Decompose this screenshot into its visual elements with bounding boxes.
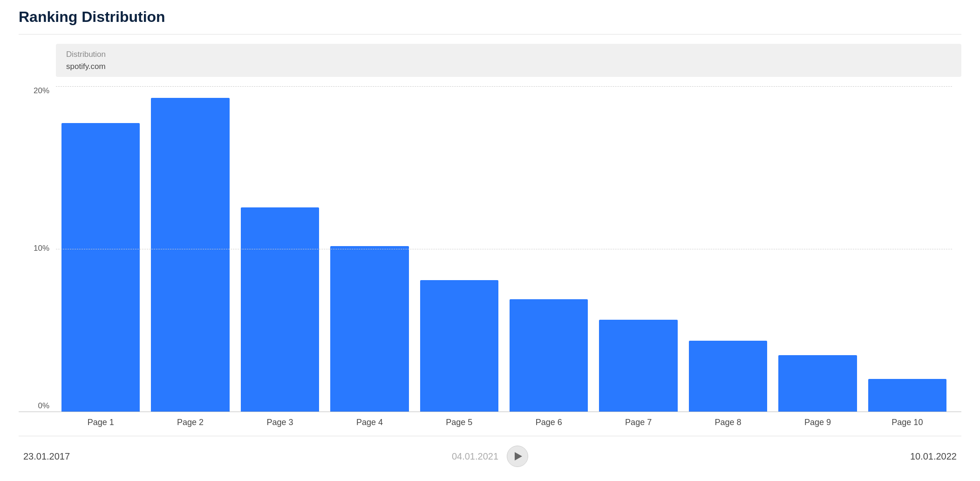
bar-group-10 — [863, 86, 952, 412]
timeline-current-date: 04.01.2021 — [452, 451, 498, 462]
y-label-0: 0% — [38, 401, 49, 411]
x-label-6: Page 6 — [504, 412, 593, 427]
bar-1[interactable] — [61, 123, 140, 412]
bar-group-3 — [235, 86, 325, 412]
legend-value: spotify.com — [66, 61, 951, 73]
bar-7[interactable] — [599, 320, 677, 412]
y-label-10: 10% — [34, 244, 49, 253]
bar-group-7 — [593, 86, 683, 412]
bar-9[interactable] — [778, 355, 857, 412]
chart-legend: Distribution spotify.com — [56, 44, 961, 77]
x-label-10: Page 10 — [863, 412, 952, 427]
x-label-5: Page 5 — [415, 412, 504, 427]
timeline-end-date: 10.01.2022 — [910, 451, 957, 462]
bar-2[interactable] — [151, 98, 229, 412]
bottom-divider — [19, 436, 961, 436]
bar-10[interactable] — [868, 379, 946, 412]
x-label-7: Page 7 — [593, 412, 683, 427]
play-button[interactable] — [507, 446, 528, 467]
bar-group-4 — [325, 86, 414, 412]
x-label-4: Page 4 — [325, 412, 414, 427]
page-container: Ranking Distribution Distribution spotif… — [0, 0, 980, 481]
x-axis: Page 1Page 2Page 3Page 4Page 5Page 6Page… — [19, 412, 961, 427]
timeline-start-date: 23.01.2017 — [23, 451, 70, 462]
bar-8[interactable] — [689, 341, 767, 412]
bar-6[interactable] — [510, 299, 588, 412]
bar-group-6 — [504, 86, 593, 412]
play-icon — [515, 452, 522, 460]
timeline: 23.01.2017 04.01.2021 10.01.2022 — [19, 446, 961, 467]
x-label-8: Page 8 — [683, 412, 773, 427]
y-axis: 20% 10% 0% — [19, 86, 56, 412]
chart-body: 20% 10% 0% — [19, 86, 961, 412]
legend-title: Distribution — [66, 48, 951, 61]
bar-group-2 — [145, 86, 235, 412]
bar-group-1 — [56, 86, 145, 412]
x-label-2: Page 2 — [145, 412, 235, 427]
bar-4[interactable] — [330, 246, 408, 412]
x-label-3: Page 3 — [235, 412, 325, 427]
bars-wrapper — [56, 86, 952, 412]
bar-group-9 — [773, 86, 862, 412]
y-label-20: 20% — [34, 86, 49, 96]
bar-group-8 — [683, 86, 773, 412]
bar-5[interactable] — [420, 280, 498, 412]
bar-3[interactable] — [241, 207, 319, 412]
x-label-9: Page 9 — [773, 412, 862, 427]
bar-group-5 — [415, 86, 504, 412]
top-divider — [19, 34, 961, 34]
page-title: Ranking Distribution — [19, 8, 961, 26]
chart-area: 20% 10% 0% Page 1Page 2Page 3Page 4Page … — [19, 86, 961, 427]
timeline-center: 04.01.2021 — [452, 446, 528, 467]
x-label-1: Page 1 — [56, 412, 145, 427]
